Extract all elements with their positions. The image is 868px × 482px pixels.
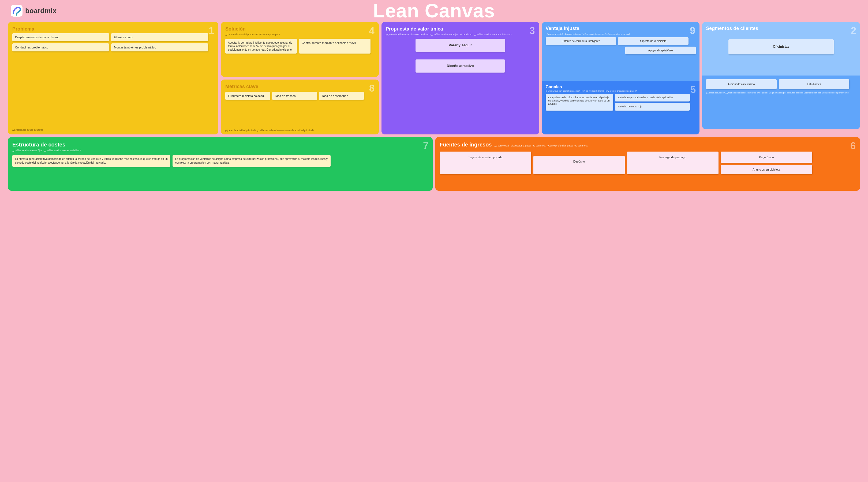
problema-title: Problema [12, 26, 214, 32]
logo-text: boardmix [25, 7, 57, 15]
fuentes-header: Fuentes de ingresos ¿Cuánto están dispue… [440, 141, 856, 149]
problema-number: 1 [209, 25, 214, 36]
ventaja-questions: ¿Barrera al coste? ¿Barrera del canal? ¿… [546, 33, 696, 36]
metricas-footer: ¿Qué es la actividad principal? ¿Cuál es… [225, 129, 314, 132]
solucion-title: Solución [225, 26, 374, 32]
fuentes-section: Fuentes de ingresos ¿Cuánto están dispue… [435, 137, 860, 191]
segmentos-top-notes: Oficinistas [706, 39, 856, 54]
canales-right-notes: Actividades promocionales a través de la… [615, 94, 690, 110]
logo-area: boardmix [11, 5, 57, 17]
sticky-note[interactable]: Actividades promocionales a través de la… [615, 94, 690, 101]
estructura-section: Estructura de costes 7 ¿Cuáles son los c… [8, 137, 433, 191]
estructura-notes: La primera generación tuvo demasiado en … [12, 155, 428, 167]
sticky-note[interactable]: La programación de vehículos se asigna a… [173, 155, 331, 167]
propuesta-number: 3 [529, 25, 535, 36]
bottom-row: Estructura de costes 7 ¿Cuáles son los c… [8, 137, 860, 191]
sticky-note[interactable]: Conducir es problemático [12, 43, 109, 52]
sticky-note[interactable]: Oficinistas [728, 39, 834, 54]
sticky-note[interactable]: Aficionados al ciclismo [706, 79, 777, 89]
fuentes-title: Fuentes de ingresos [440, 141, 492, 148]
sticky-note[interactable]: Diseño atractivo [415, 59, 505, 72]
canales-number: 5 [690, 84, 696, 95]
sticky-note[interactable]: Adoptar la cerradura inteligente que pue… [225, 39, 297, 54]
canales-notes: La apariencia de color brillante se conv… [546, 94, 696, 110]
metricas-notes: El número bicicleta colocad. Tasa de fra… [225, 92, 374, 100]
sticky-note[interactable]: Estudiantes [779, 79, 849, 89]
propuesta-section: Propuesta de valor única 3 ¿Qué valor di… [381, 22, 539, 134]
sticky-note[interactable]: La apariencia de color brillante se conv… [546, 94, 613, 110]
sticky-note[interactable]: Montar también es problemático [111, 43, 208, 52]
sticky-note[interactable]: Parar y seguir [415, 39, 505, 52]
metricas-number: 8 [369, 83, 374, 94]
sticky-note[interactable]: Recarga de prepago [627, 152, 718, 174]
fuentes-right-col: Pago único Anuncios en bicicleta [721, 152, 812, 174]
solucion-metricas-column: Solución 4 ¿Características del producto… [221, 22, 379, 134]
ventaja-top-notes: Patente de cerradura Inteligente Aspecto… [546, 37, 696, 45]
sticky-note[interactable]: Actividad de sobre rojo [615, 103, 690, 110]
canvas-container: Problema 1 Desplazamientos de corta dist… [0, 19, 868, 196]
problema-notes-top: Desplazamientos de corta distanc El taxi… [12, 33, 214, 41]
metricas-title: Métricas clave [225, 84, 374, 90]
sticky-note[interactable]: Tasa de desbloqueo [319, 92, 364, 100]
top-row: Problema 1 Desplazamientos de corta dist… [8, 22, 860, 134]
propuesta-title: Propuesta de valor única [386, 26, 535, 32]
propuesta-subtitle: ¿Qué valor diferencial ofrece el product… [386, 33, 535, 36]
sticky-note[interactable]: La primera generación tuvo demasiado en … [12, 155, 170, 167]
ventaja-section: Ventaja injusta 9 ¿Barrera al coste? ¿Ba… [542, 22, 700, 81]
sticky-note[interactable]: El taxi es caro [111, 33, 208, 41]
sticky-note[interactable]: Pago único [721, 152, 812, 163]
fuentes-number: 6 [850, 140, 856, 152]
estructura-subtitle: ¿Cuáles son los costes fijos? ¿Cuáles so… [12, 149, 428, 152]
solucion-section: Solución 4 ¿Características del producto… [221, 22, 379, 77]
problema-section: Problema 1 Desplazamientos de corta dist… [8, 22, 218, 134]
header: boardmix Lean Canvas [0, 0, 868, 19]
sticky-note[interactable]: Tarjeta de mes/temporada [440, 152, 531, 174]
sticky-note[interactable]: Aspecto de la bicicleta [618, 37, 688, 45]
boardmix-logo-icon [11, 5, 23, 17]
estructura-title: Estructura de costes [12, 141, 428, 148]
ventaja-title: Ventaja injusta [546, 26, 696, 32]
sticky-note[interactable]: Depósito [533, 156, 625, 174]
segmentos-title: Segmentos de clientes [706, 26, 856, 31]
canales-subtitle: In what ways can users be reached? How d… [546, 90, 696, 92]
fuentes-subtitle: ¿Cuánto están dispuestos a pagar los usu… [495, 144, 588, 148]
solucion-number: 4 [369, 25, 374, 36]
sticky-note[interactable]: Control remoto mediante aplicación móvil [299, 39, 371, 54]
solucion-subtitle: ¿Características del producto? ¿Función … [225, 33, 374, 36]
segmentos-number: 2 [851, 25, 856, 36]
ventaja-canales-column: Ventaja injusta 9 ¿Barrera al coste? ¿Ba… [542, 22, 700, 134]
problema-notes-bottom: Conducir es problemático Montar también … [12, 43, 214, 52]
canales-title: Canales [546, 85, 696, 90]
sticky-note[interactable]: Desplazamientos de corta distanc [12, 33, 109, 41]
page-title: Lean Canvas [373, 0, 495, 22]
sticky-note[interactable]: Patente de cerradura Inteligente [546, 37, 616, 45]
sticky-note[interactable]: Anuncios en bicicleta [721, 165, 812, 174]
solucion-notes: Adoptar la cerradura inteligente que pue… [225, 39, 374, 54]
segmentos-container: Segmentos de clientes 2 Oficinistas Afic… [702, 22, 860, 134]
ventaja-middle-notes: Apoyo al capital/flujo [546, 46, 696, 54]
canales-section: Canales 5 In what ways can users be reac… [542, 81, 700, 134]
sticky-note[interactable]: Tasa de fracaso [272, 92, 317, 100]
ventaja-number: 9 [690, 25, 695, 36]
sticky-note[interactable]: Apoyo al capital/flujo [625, 46, 696, 54]
segmentos-bottom: Aficionados al ciclismo Estudiantes ¿A q… [702, 75, 860, 129]
metricas-section: Métricas clave 8 El número bicicleta col… [221, 79, 379, 134]
fuentes-notes-row1: Tarjeta de mes/temporada Depósito Recarg… [440, 152, 856, 174]
problema-footer: Necesidades de los usuarios [12, 129, 43, 131]
segmentos-bottom-notes: Aficionados al ciclismo Estudiantes [706, 79, 856, 89]
sticky-note[interactable]: El número bicicleta colocad. [225, 92, 270, 100]
estructura-number: 7 [423, 140, 428, 152]
segmentos-footer: ¿A quién servimos? ¿Quiénes son nuestros… [706, 91, 856, 94]
propuesta-notes: Parar y seguir Diseño atractivo [386, 39, 535, 72]
segmentos-top: Segmentos de clientes 2 Oficinistas [702, 22, 860, 75]
